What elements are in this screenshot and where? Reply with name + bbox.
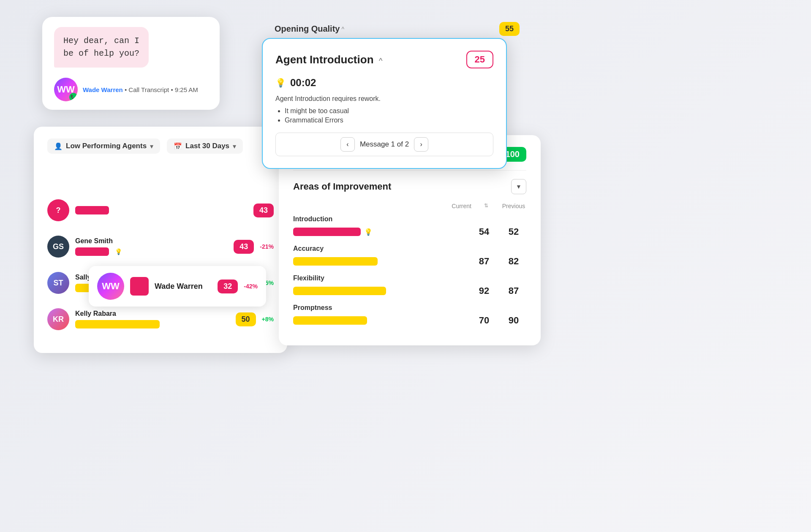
next-message-button[interactable]: › [414, 137, 428, 152]
phone-badge: 📞 [69, 93, 78, 101]
aoi-header: Areas of Improvement ▼ [293, 179, 526, 194]
metric-row-introduction: Introduction 💡 54 52 [293, 215, 526, 237]
agent-intro-card: Agent Introduction ^ 25 💡 00:02 Agent In… [262, 38, 507, 169]
chat-bubble-text: Hey dear, can I be of help you? [63, 35, 139, 60]
gene-info: Gene Smith 💡 [75, 237, 228, 256]
intro-current-score: 54 [476, 226, 493, 237]
kelly-bar [75, 320, 160, 328]
wade-score: 32 [218, 280, 238, 293]
promptness-current-score: 70 [476, 315, 493, 326]
anon-info [75, 206, 248, 214]
intro-bulb-icon: 💡 [364, 228, 373, 236]
table-row: KR Kelly Rabara 50 +8% [47, 305, 274, 334]
agent-icon: 👤 [54, 142, 63, 150]
table-row: ? 43 [47, 196, 274, 225]
sally-avatar: ST [47, 272, 69, 294]
bulb-icon: 💡 [275, 78, 286, 88]
agents-card: 👤 Low Performing Agents ▾ 📅 Last 30 Days… [34, 127, 287, 353]
wade-warren-card: WW Wade Warren 32 -42% [89, 266, 266, 307]
anon-score: 43 [253, 204, 274, 217]
gene-avatar: GS [47, 236, 69, 258]
date-filter-label: Last 30 Days [185, 142, 229, 150]
agents-header: 👤 Low Performing Agents ▾ 📅 Last 30 Days… [47, 138, 274, 154]
bulb-icon: 💡 [115, 248, 122, 255]
wade-bar [130, 277, 149, 296]
kelly-score: 50 [236, 312, 256, 326]
message-counter: Message 1 of 2 [360, 140, 409, 149]
opening-quality-row: Opening Quality ^ 55 [270, 22, 524, 36]
gene-bar [75, 247, 109, 256]
intro-bullets-list: It might be too casual Grammatical Error… [275, 107, 493, 124]
intro-metric-bar [293, 228, 361, 236]
gene-delta: -21% [260, 243, 274, 250]
main-scene: Hey dear, can I be of help you? WW 📞 Wad… [0, 0, 811, 532]
gene-score: 43 [234, 240, 254, 254]
agent-list: ? 43 GS Gene Smith 💡 [47, 196, 274, 334]
current-col-label: Current [452, 203, 471, 209]
accuracy-current-score: 87 [476, 256, 493, 267]
calendar-icon: 📅 [174, 142, 182, 150]
kelly-name: Kelly Rabara [75, 310, 230, 318]
promptness-metric-bar [293, 316, 367, 325]
flexibility-previous-score: 87 [505, 285, 522, 296]
chat-meta: Wade Warren • Call Transcript • 9:25 AM [83, 86, 198, 93]
chat-avatar: WW 📞 [54, 78, 78, 101]
accuracy-previous-score: 82 [505, 256, 522, 267]
low-performing-dropdown[interactable]: 👤 Low Performing Agents ▾ [47, 138, 160, 154]
metric-row-promptness: Promptness 70 90 [293, 304, 526, 326]
metric-row-flexibility: Flexibility 92 87 [293, 274, 526, 296]
intro-chevron: ^ [379, 57, 382, 65]
filter-icon: ▼ [516, 183, 522, 190]
promptness-previous-score: 90 [505, 315, 522, 326]
intro-score: 25 [466, 51, 493, 68]
anon-bar [75, 206, 109, 214]
filter-button[interactable]: ▼ [511, 179, 526, 194]
kelly-delta: +8% [262, 316, 274, 323]
table-row: GS Gene Smith 💡 43 -21% [47, 232, 274, 261]
flexibility-current-score: 92 [476, 285, 493, 296]
aoi-title: Areas of Improvement [293, 181, 391, 192]
date-chevron: ▾ [233, 142, 236, 150]
metric-name: Flexibility [293, 274, 526, 282]
low-performing-label: Low Performing Agents [66, 142, 147, 150]
chat-card: Hey dear, can I be of help you? WW 📞 Wad… [42, 17, 220, 110]
intro-time-row: 💡 00:02 [275, 77, 493, 89]
chat-avatar-row: WW 📞 Wade Warren • Call Transcript • 9:2… [54, 78, 208, 101]
metric-name: Promptness [293, 304, 526, 312]
wade-avatar: WW [97, 273, 124, 300]
intro-time: 00:02 [290, 77, 316, 89]
kelly-info: Kelly Rabara [75, 310, 230, 328]
gene-name: Gene Smith [75, 237, 228, 245]
list-item: It might be too casual [285, 107, 493, 115]
intro-description: Agent Introduction requires rework. [275, 94, 493, 104]
opening-quality-label: Opening Quality [275, 24, 340, 34]
previous-col-label: Previous [501, 203, 526, 209]
wade-delta: -42% [244, 283, 258, 290]
wade-face: WW [97, 273, 124, 300]
intro-title: Agent Introduction [275, 53, 374, 66]
anon-avatar: ? [47, 199, 69, 221]
opening-quality-chevron: ^ [341, 26, 344, 33]
metric-name: Accuracy [293, 245, 526, 252]
message-nav: ‹ Message 1 of 2 › [275, 133, 493, 156]
wade-name: Wade Warren [155, 282, 212, 291]
agent-name-link[interactable]: Wade Warren [83, 86, 123, 93]
accuracy-metric-bar [293, 257, 378, 266]
metric-name: Introduction [293, 215, 526, 223]
intro-previous-score: 52 [505, 226, 522, 237]
list-item: Grammatical Errors [285, 117, 493, 124]
kelly-avatar: KR [47, 308, 69, 330]
chat-bubble: Hey dear, can I be of help you? [54, 27, 149, 68]
date-filter-dropdown[interactable]: 📅 Last 30 Days ▾ [167, 138, 243, 154]
intro-header: Agent Introduction ^ 25 [275, 51, 493, 68]
prev-message-button[interactable]: ‹ [340, 137, 355, 152]
sort-icon[interactable]: ⇅ [484, 203, 488, 209]
opening-quality-score: 55 [499, 22, 520, 36]
dropdown-chevron: ▾ [150, 142, 153, 150]
aoi-columns: Current ⇅ Previous [293, 203, 526, 209]
metric-row-accuracy: Accuracy 87 82 [293, 245, 526, 267]
flexibility-metric-bar [293, 287, 386, 295]
